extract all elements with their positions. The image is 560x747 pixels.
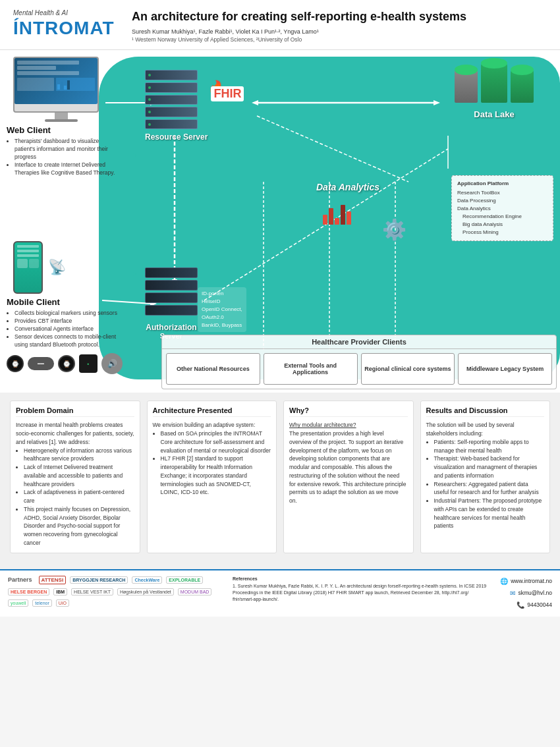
- resource-server-label: Resource Server: [145, 132, 208, 142]
- references-section: References 1. Suresh Kumar Mukhiya, Fazl…: [233, 576, 490, 603]
- globe-icon: 🌐: [500, 576, 508, 588]
- resource-server: 🔥 FHIR Resource Server: [145, 70, 208, 142]
- phone-screen: [14, 242, 42, 292]
- partner-modum: MODUM BAD: [178, 588, 212, 595]
- results-point-4: Industrial Partners: The proposed protot…: [434, 497, 545, 530]
- web-client-label: Web Client: [7, 125, 115, 135]
- iot-band-2: ▪: [79, 354, 98, 373]
- web-client-point-2: Interface to create Internet Delivered T…: [14, 161, 115, 177]
- problem-point-4: This project mainly focuses on Depressio…: [24, 505, 134, 547]
- results-points: Patients: Self-reporting mobile apps to …: [426, 438, 545, 530]
- results-section: Results and Discussion The solution will…: [420, 401, 551, 553]
- contact-section: 🌐 www.intromat.no ✉ skmu@hvl.no 📞 944300…: [500, 576, 552, 611]
- auth-item-5: BankID, Buypass: [202, 321, 242, 329]
- mini-chart: [323, 202, 351, 225]
- db-cyl-3: [511, 70, 534, 103]
- data-analytics-floating-label: Data Analytics: [316, 182, 379, 192]
- auth-unit-1: [145, 267, 198, 278]
- hp-card-national: Other National Resources: [166, 353, 260, 385]
- four-columns: Problem Domain Increase in mental health…: [10, 401, 550, 553]
- monitor-stand: [55, 113, 68, 119]
- auth-item-3: OpenID Connect,: [202, 306, 242, 314]
- partner-youwell: youwell: [8, 599, 28, 607]
- problem-point-1: Heterogeneity of information across vari…: [24, 447, 134, 464]
- analytics-research: Research ToolBox: [457, 189, 547, 197]
- results-point-3: Researchers: Aggregated patient data use…: [434, 480, 545, 497]
- iot-devices-row: ⌚ ━━ ⌚ ▪ 🔊: [7, 353, 123, 374]
- data-lake-label: Data Lake: [455, 109, 534, 119]
- auth-item-1: ID-porten: [202, 290, 242, 298]
- problem-point-3: Lack of adaptiveness in patient-centered…: [24, 488, 134, 505]
- healthcare-provider-title: Healthcare Provider Clients: [161, 335, 557, 349]
- architecture-presented-intro: We envision building an adaptive system:: [153, 422, 256, 428]
- authors: Suresh Kumar Mukhiya¹, Fazle Rabbi¹, Vio…: [132, 28, 547, 35]
- analytics-bigdata: Big data Analysis: [457, 221, 547, 229]
- contact-website-row: 🌐 www.intromat.no: [500, 576, 552, 588]
- bottom-area: Problem Domain Increase in mental health…: [0, 393, 560, 568]
- architecture-presented-points: Based on SOA principles the INTROMAT Cor…: [153, 429, 271, 497]
- problem-domain-section: Problem Domain Increase in mental health…: [10, 401, 140, 553]
- architecture-presented-section: Architecture Presented We envision build…: [147, 401, 277, 553]
- results-title: Results and Discussion: [426, 406, 545, 417]
- why-title: Why?: [289, 406, 408, 417]
- db-cylinders: [455, 63, 534, 103]
- references-title: References: [233, 576, 490, 582]
- healthcare-provider-cards: Other National Resources External Tools …: [161, 349, 557, 389]
- logo-main: ÍÍNTROMATNTROMAT: [13, 18, 119, 39]
- phone-icon: 📞: [517, 599, 524, 611]
- server-unit-3: [145, 95, 198, 105]
- analytics-mining: Process Mining: [457, 229, 547, 236]
- db-cyl-1: [455, 70, 478, 103]
- healthcare-provider-section: Healthcare Provider Clients Other Nation…: [161, 335, 557, 389]
- reference-1: 1. Suresh Kumar Mukhiya, Fazle Rabbi, K.…: [233, 583, 490, 602]
- why-subtitle: Why modular architecture?: [289, 422, 356, 428]
- email-icon: ✉: [510, 588, 515, 599]
- partner-helse-bergen: HELSE BERGEN: [8, 588, 49, 595]
- partner-hv: Høgskulen på Vestlandet: [117, 588, 174, 595]
- iot-watch-1: ⌚: [7, 355, 24, 372]
- partner-explorable: EXPLORABLE: [166, 576, 203, 584]
- auth-server-label: Authorization: [145, 323, 198, 332]
- arch-point-1: Based on SOA principles the INTROMAT Cor…: [161, 429, 271, 455]
- monitor-base: [45, 119, 78, 122]
- diagram-area: Web Client Therapists' dashboard to visu…: [0, 50, 560, 393]
- contact-phone: 94430044: [527, 600, 552, 610]
- arch-point-2: HL7 FHIR [2] standard to support interop…: [161, 455, 271, 497]
- analytics-app-platform: Application Platform: [457, 180, 547, 188]
- why-body: The presentation provides a high level o…: [289, 430, 406, 504]
- footer-partners: Partners ATTENSI BRYGGJEN RESEARCH Check…: [8, 576, 223, 607]
- page-title: An architecture for creating self-report…: [132, 9, 547, 24]
- analytics-recommendation: Recommendation Engine: [457, 213, 547, 221]
- iot-speaker: 🔊: [101, 353, 123, 374]
- mobile-client-description: Collects biological markers using sensor…: [7, 310, 125, 348]
- iot-band-1: ━━: [28, 357, 54, 370]
- results-point-1: Patients: Self-reporting mobile apps to …: [434, 438, 545, 455]
- problem-domain-points: Heterogeneity of information across vari…: [16, 447, 134, 547]
- hp-card-middleware: Middleware Legacy System: [458, 353, 552, 385]
- contact-email-row: ✉ skmu@hvl.no: [500, 588, 552, 599]
- auth-server-stack: [145, 267, 198, 320]
- web-client-section: Web Client Therapists' dashboard to visu…: [7, 57, 115, 177]
- partner-uio: UiO: [56, 599, 69, 607]
- mobile-point-2: Provides CBT interface: [14, 318, 125, 325]
- problem-domain-text: Increase in mental health problems creat…: [16, 421, 134, 547]
- header: Mental Health & AI ÍÍNTROMATNTROMAT An a…: [0, 0, 560, 50]
- partner-helse-vest: HELSE VEST IKT: [71, 588, 113, 595]
- partner-bryggjen: BRYGGJEN RESEARCH: [70, 576, 128, 584]
- results-point-2: Therapist: Web-based backend for visuali…: [434, 455, 545, 480]
- db-cyl-2: [481, 63, 507, 103]
- contact-phone-row: 📞 94430044: [500, 599, 552, 611]
- mobile-client-label: Mobile Client: [7, 297, 125, 307]
- results-text: The solution will be used by several sta…: [426, 421, 545, 530]
- auth-items-list: ID-porten HelseID OpenID Connect, OAuth2…: [198, 287, 246, 332]
- analytics-analytics: Data Analytics: [457, 205, 547, 213]
- data-lake: Data Lake: [455, 63, 534, 119]
- monitor-image: [13, 57, 99, 113]
- server-unit-1: [145, 70, 198, 80]
- analytics-box: Application Platform Research ToolBox Da…: [451, 175, 553, 241]
- auth-unit-3: [145, 292, 198, 303]
- auth-unit-4: [145, 305, 198, 316]
- partner-telenor: telenor: [32, 599, 51, 607]
- authorization-server: Authorization Server: [145, 267, 198, 340]
- analytics-processing: Data Processing: [457, 197, 547, 205]
